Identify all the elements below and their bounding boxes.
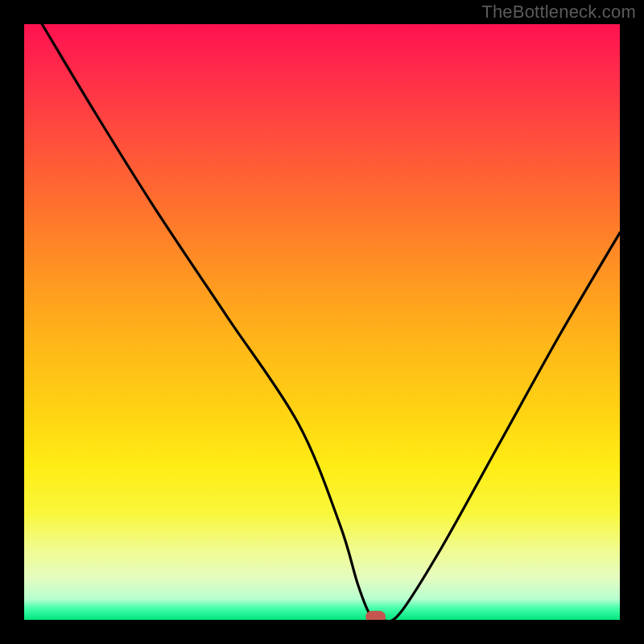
- optimum-marker: [366, 611, 386, 620]
- plot-area: [24, 24, 620, 620]
- bottleneck-curve: [42, 24, 620, 620]
- watermark-text: TheBottleneck.com: [481, 2, 636, 23]
- bottleneck-curve-svg: [24, 24, 620, 620]
- chart-frame: TheBottleneck.com: [0, 0, 644, 644]
